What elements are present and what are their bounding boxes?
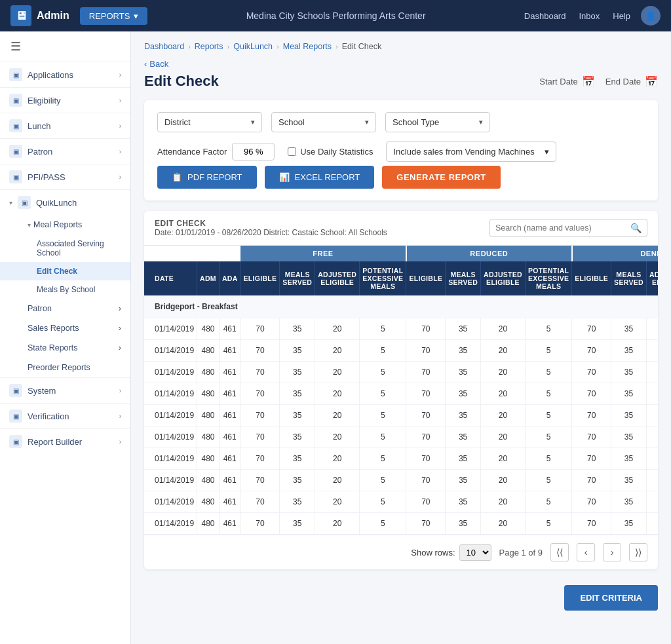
last-page-button[interactable]: ⟩⟩ — [629, 543, 647, 561]
sidebar-group-eligibility: ▣ Eligibility › — [0, 87, 130, 113]
edit-criteria-button[interactable]: EDIT CRITERIA — [564, 585, 658, 611]
sidebar-label-lunch: Lunch — [28, 121, 50, 131]
calendar-icon-start[interactable]: 📅 — [582, 75, 595, 88]
district-select[interactable]: District ▾ — [157, 112, 262, 132]
table-cell: 35 — [446, 318, 481, 340]
table-cell: 5 — [360, 470, 406, 491]
sidebar-sub-edit-check[interactable]: Edit Check — [0, 262, 130, 280]
table-cell: 70 — [240, 470, 280, 491]
sidebar: ☰ ▣ Applications › ▣ Eligibility › ▣ Lun… — [0, 31, 131, 644]
prev-page-button[interactable]: ‹ — [577, 543, 595, 561]
sidebar-sub-meals-by-school[interactable]: Meals By School — [0, 280, 130, 299]
sidebar-child-patron[interactable]: Patron › — [0, 299, 130, 318]
th-free: FREE — [240, 246, 406, 261]
calendar-icon-end[interactable]: 📅 — [645, 75, 658, 88]
table-cell: 461 — [219, 470, 240, 491]
sidebar-item-pfi[interactable]: ▣ PFI/PASS › — [0, 164, 130, 189]
school-select[interactable]: School ▾ — [271, 112, 376, 132]
generate-report-button[interactable]: GENERATE REPORT — [382, 166, 501, 189]
button-row: 📋 PDF REPORT 📊 EXCEL REPORT GENERATE REP… — [157, 166, 645, 189]
table-cell: 35 — [446, 491, 481, 513]
table-cell: 461 — [219, 426, 240, 448]
table-cell: 70 — [240, 513, 280, 535]
search-input[interactable] — [495, 223, 626, 233]
sidebar-item-eligibility[interactable]: ▣ Eligibility › — [0, 88, 130, 113]
table-cell: 5 — [360, 448, 406, 470]
logo: 🖥 Admin — [10, 5, 69, 26]
sidebar-child-sales[interactable]: Sales Reports › — [0, 318, 130, 338]
breadcrumb: Dashboard › Reports › QuikLunch › Meal R… — [144, 42, 658, 51]
rows-per-page-select[interactable]: 10 25 50 — [459, 544, 491, 561]
table-cell: 70 — [406, 448, 446, 470]
sidebar-item-patron[interactable]: ▣ Patron › — [0, 139, 130, 164]
chevron-down-icon: ▾ — [134, 11, 138, 21]
sidebar-child-meal-reports[interactable]: ▾ Meal Reports — [0, 215, 130, 235]
nav-help[interactable]: Help — [613, 11, 630, 21]
sidebar-item-report-builder[interactable]: ▣ Report Builder › — [0, 429, 130, 454]
nav-dashboard[interactable]: Dashboard — [524, 11, 566, 21]
school-type-dropdown-arrow: ▾ — [479, 118, 483, 126]
chevron-right-icon-patron-ql: › — [119, 304, 121, 313]
sep-4: › — [336, 43, 338, 50]
excel-report-button[interactable]: 📊 EXCEL REPORT — [265, 166, 375, 189]
search-icon: 🔍 — [630, 223, 642, 233]
table-cell: 35 — [280, 340, 315, 362]
breadcrumb-current: Edit Check — [342, 42, 381, 51]
sidebar-child-state[interactable]: State Reports › — [0, 338, 130, 358]
table-cell: 461 — [219, 513, 240, 535]
district-dropdown-arrow: ▾ — [251, 118, 255, 126]
sidebar-item-verification[interactable]: ▣ Verification › — [0, 404, 130, 428]
sidebar-label-report-builder: Report Builder — [28, 437, 82, 447]
back-arrow-icon: ‹ — [144, 59, 147, 69]
nav-inbox[interactable]: Inbox — [579, 11, 600, 21]
sidebar-group-report-builder: ▣ Report Builder › — [0, 428, 130, 454]
table-cell: 35 — [611, 318, 647, 340]
sidebar-child-preorder[interactable]: Preorder Reports — [0, 358, 130, 377]
attendance-input[interactable] — [232, 143, 275, 161]
pdf-report-button[interactable]: 📋 PDF REPORT — [157, 166, 257, 189]
table-cell: 70 — [240, 448, 280, 470]
quiklunch-icon: ▣ — [18, 196, 31, 209]
show-rows: Show rows: 10 25 50 — [411, 544, 491, 561]
vending-select[interactable]: Include sales from Vending Machines ▾ — [386, 142, 556, 162]
back-label: Back — [149, 59, 168, 69]
breadcrumb-meal-reports[interactable]: Meal Reports — [283, 42, 332, 51]
next-page-button[interactable]: › — [603, 543, 621, 561]
hamburger-icon[interactable]: ☰ — [0, 31, 130, 62]
sep-1: › — [188, 43, 191, 50]
school-type-select[interactable]: School Type ▾ — [385, 112, 490, 132]
sidebar-label-pfi: PFI/PASS — [28, 172, 66, 182]
first-page-button[interactable]: ⟨⟨ — [550, 543, 569, 561]
sidebar-item-system[interactable]: ▣ System › — [0, 378, 130, 403]
th-adm: ADM — [197, 261, 220, 295]
table-cell: 5 — [360, 340, 406, 362]
th-r-pot-excessive: POTENTIAL EXCESSIVE MEALS — [526, 261, 572, 295]
table-row: 01/14/2019480461703520570352057035205 — [144, 470, 658, 491]
breadcrumb-reports[interactable]: Reports — [195, 42, 223, 51]
table-cell: 5 — [526, 513, 572, 535]
table-cell: 5 — [526, 491, 572, 513]
table-cell: 70 — [572, 383, 611, 405]
th-r-meals-served: MEALS SERVED — [446, 261, 481, 295]
table-cell: 461 — [219, 383, 240, 405]
table-cell: 35 — [446, 470, 481, 491]
end-date-field: End Date 📅 — [605, 75, 658, 88]
table-cell: 480 — [197, 491, 220, 513]
sidebar-sub-associated[interactable]: Associated Serving School — [0, 235, 130, 262]
sidebar-item-lunch[interactable]: ▣ Lunch › — [0, 113, 130, 138]
top-nav: 🖥 Admin REPORTS ▾ Medina City Schools Pe… — [0, 0, 671, 31]
table-cell: 70 — [406, 383, 446, 405]
th-spacer — [144, 246, 240, 261]
back-link[interactable]: ‹ Back — [144, 59, 658, 69]
breadcrumb-quiklunch[interactable]: QuikLunch — [233, 42, 273, 51]
table-cell: 01/14/2019 — [144, 405, 197, 426]
table-cell: 01/14/2019 — [144, 470, 197, 491]
user-avatar[interactable]: 👤 — [641, 6, 661, 26]
breadcrumb-dashboard[interactable]: Dashboard — [144, 42, 184, 51]
use-daily-stats-checkbox[interactable] — [288, 147, 296, 156]
sidebar-item-applications[interactable]: ▣ Applications › — [0, 62, 130, 87]
sidebar-item-quiklunch[interactable]: ▾ ▣ QuikLunch — [0, 190, 130, 215]
table-cell: 70 — [406, 491, 446, 513]
reports-dropdown-btn[interactable]: REPORTS ▾ — [80, 7, 148, 25]
table-cell: 35 — [280, 491, 315, 513]
